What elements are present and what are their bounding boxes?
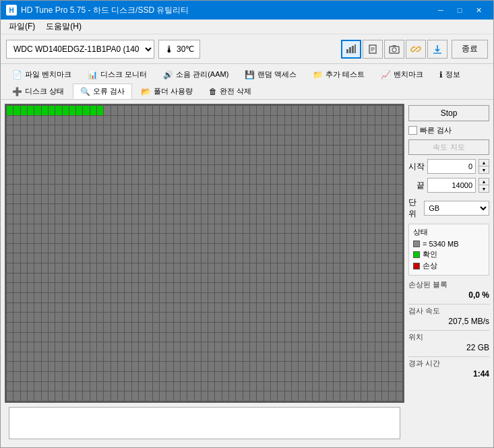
quick-scan-checkbox[interactable] bbox=[408, 126, 417, 135]
scan-cell bbox=[250, 333, 256, 342]
scan-cell bbox=[313, 244, 319, 253]
speed-map-button[interactable]: 속도 지도 bbox=[408, 139, 489, 155]
scan-cell bbox=[208, 293, 214, 302]
scan-cell bbox=[28, 224, 34, 234]
scan-cell bbox=[278, 263, 284, 273]
scan-cell bbox=[306, 274, 312, 283]
end-input[interactable] bbox=[427, 178, 476, 193]
scan-cell bbox=[375, 391, 381, 401]
scan-cell bbox=[174, 224, 180, 234]
scan-cell bbox=[327, 352, 333, 362]
toolbar-icon-download[interactable] bbox=[427, 40, 447, 59]
scan-cell bbox=[202, 362, 208, 371]
scan-cell bbox=[69, 135, 75, 145]
tab-file-benchmark[interactable]: 📄 파일 벤치마크 bbox=[5, 67, 79, 82]
scan-cell bbox=[139, 293, 145, 302]
start-spin-up[interactable]: ▲ bbox=[479, 160, 489, 166]
scan-cell bbox=[69, 382, 75, 391]
toolbar-icon-info[interactable] bbox=[363, 40, 383, 59]
scan-cell bbox=[90, 195, 96, 204]
stop-button[interactable]: Stop bbox=[408, 105, 489, 121]
tab-erase[interactable]: 🗑 완전 삭제 bbox=[202, 84, 259, 99]
scan-cell bbox=[313, 303, 319, 313]
drive-select[interactable]: WDC WD140EDGZ-11B1PA0 (14000 GB) bbox=[6, 40, 154, 59]
scan-cell bbox=[382, 342, 388, 352]
scan-cell bbox=[375, 135, 381, 145]
scan-cell bbox=[174, 313, 180, 322]
scan-cell bbox=[334, 323, 340, 332]
unit-select[interactable]: GB MB bbox=[424, 201, 489, 216]
end-spin-down[interactable]: ▼ bbox=[479, 185, 489, 192]
scan-cell bbox=[313, 352, 319, 362]
maximize-button[interactable]: □ bbox=[450, 1, 469, 20]
scan-cell bbox=[97, 283, 103, 292]
scan-cell bbox=[90, 165, 96, 174]
scan-cell bbox=[347, 362, 353, 371]
scan-cell bbox=[271, 125, 277, 135]
start-spin-down[interactable]: ▼ bbox=[479, 166, 489, 173]
scan-cell bbox=[250, 204, 256, 214]
scan-cell bbox=[97, 214, 103, 224]
scan-cell bbox=[334, 116, 340, 125]
minimize-button[interactable]: ─ bbox=[431, 1, 450, 20]
scan-cell bbox=[118, 313, 124, 322]
scan-cell bbox=[76, 372, 82, 381]
scan-cell bbox=[111, 135, 117, 145]
start-input[interactable] bbox=[427, 159, 476, 174]
scan-cell bbox=[42, 303, 48, 313]
scan-cell bbox=[264, 155, 270, 164]
menu-help[interactable]: 도움말(H) bbox=[40, 20, 87, 34]
toolbar-icon-benchmark[interactable] bbox=[341, 40, 361, 59]
tab-disk-monitor[interactable]: 📊 디스크 모니터 bbox=[80, 67, 154, 82]
scan-cell bbox=[125, 342, 131, 352]
scan-cell bbox=[396, 274, 402, 283]
scan-cell bbox=[361, 106, 367, 115]
scan-cell bbox=[34, 313, 40, 322]
tab-extra-tests[interactable]: 📁 추가 테스트 bbox=[305, 67, 372, 82]
scan-cell bbox=[271, 185, 277, 194]
scan-cell bbox=[104, 234, 110, 243]
tab-disk-state[interactable]: ➕ 디스크 상태 bbox=[5, 84, 71, 99]
scan-cell bbox=[111, 174, 117, 184]
tab-random-access[interactable]: 💾 랜덤 액세스 bbox=[237, 67, 304, 82]
scan-cell bbox=[292, 352, 298, 362]
scan-cell bbox=[118, 253, 124, 263]
end-spin-up[interactable]: ▲ bbox=[479, 179, 489, 185]
svg-rect-1 bbox=[349, 47, 351, 53]
scan-cell bbox=[28, 263, 34, 273]
scan-cell bbox=[285, 372, 291, 381]
scan-cell bbox=[340, 342, 346, 352]
scan-cell bbox=[354, 185, 361, 194]
scan-cell bbox=[264, 165, 270, 174]
scan-cell bbox=[382, 116, 388, 125]
scan-cell bbox=[187, 146, 193, 155]
scan-cell bbox=[97, 146, 103, 155]
scan-cell bbox=[340, 116, 346, 125]
tab-error-scan[interactable]: 🔍 오류 검사 bbox=[73, 84, 132, 99]
scan-cell bbox=[257, 274, 263, 283]
scan-cell bbox=[13, 283, 20, 292]
scan-cell bbox=[166, 155, 173, 164]
scan-cell bbox=[49, 146, 55, 155]
scan-cell bbox=[34, 362, 40, 371]
scan-cell bbox=[21, 333, 27, 342]
exit-button[interactable]: 종료 bbox=[452, 40, 488, 59]
toolbar-icon-link[interactable] bbox=[406, 40, 426, 59]
tab-folder-usage[interactable]: 📂 폴더 사용량 bbox=[133, 84, 200, 99]
tab-benchmark[interactable]: 📈 벤치마크 bbox=[373, 67, 431, 82]
scan-cell bbox=[271, 204, 277, 214]
scan-cell bbox=[264, 185, 270, 194]
scan-cell bbox=[83, 293, 89, 302]
scan-cell bbox=[236, 195, 242, 204]
scan-cell bbox=[257, 391, 263, 401]
close-button[interactable]: ✕ bbox=[469, 1, 488, 20]
toolbar-icon-camera[interactable] bbox=[384, 40, 404, 59]
tab-info[interactable]: ℹ 정보 bbox=[432, 67, 468, 82]
scan-cell bbox=[174, 263, 180, 273]
scan-cell bbox=[104, 174, 110, 184]
tab-noise-aam[interactable]: 🔊 소음 관리(AAM) bbox=[156, 67, 236, 82]
menu-file[interactable]: 파일(F) bbox=[3, 20, 40, 34]
scan-cell bbox=[396, 146, 402, 155]
status-dot-ok bbox=[413, 251, 420, 258]
scan-cell bbox=[334, 313, 340, 322]
